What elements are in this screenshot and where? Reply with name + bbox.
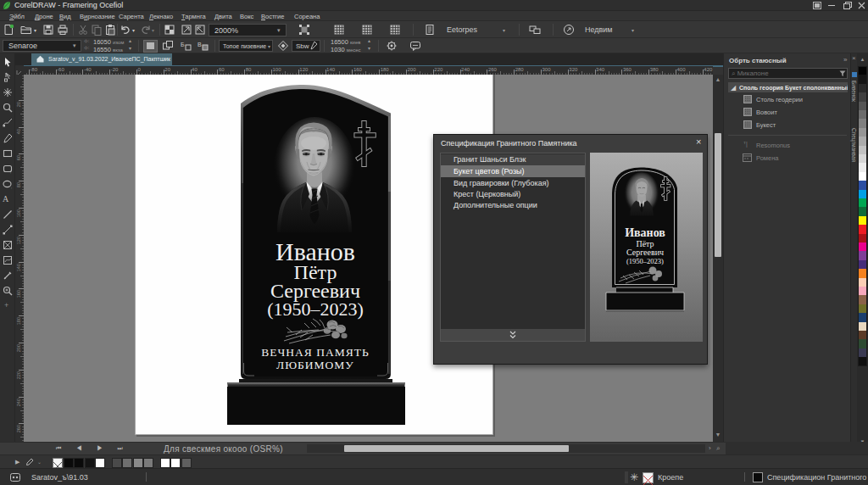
- svg-text:(1950–2023): (1950–2023): [267, 298, 364, 320]
- svg-text:ЛЮБИМОМУ: ЛЮБИМОМУ: [276, 359, 354, 371]
- svg-text:,: ,: [10, 170, 11, 174]
- svg-text:Иванов: Иванов: [625, 226, 665, 239]
- svg-text:,: ,: [11, 185, 12, 189]
- svg-text:Б: Б: [181, 42, 185, 47]
- svg-text:ВЕЧНАЯ ПАМЯТЬ: ВЕЧНАЯ ПАМЯТЬ: [261, 346, 369, 359]
- svg-text:В: В: [198, 42, 202, 47]
- svg-text:(1950–2023): (1950–2023): [626, 257, 664, 265]
- svg-text:Сергеевич: Сергеевич: [626, 248, 664, 257]
